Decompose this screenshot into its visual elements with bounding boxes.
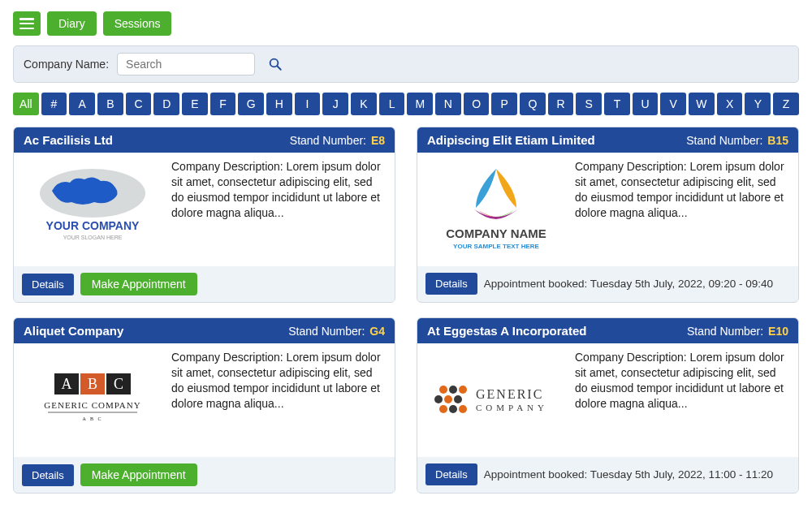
alpha-h[interactable]: H xyxy=(266,93,292,115)
company-grid: Ac Facilisis Ltd Stand Number: E8 YOUR C… xyxy=(13,127,799,494)
svg-text:B: B xyxy=(88,376,97,392)
stand-value: B15 xyxy=(767,134,788,147)
svg-point-19 xyxy=(434,395,443,403)
make-appointment-button[interactable]: Make Appointment xyxy=(80,463,197,486)
alpha-p[interactable]: P xyxy=(491,93,517,115)
diary-button[interactable]: Diary xyxy=(47,11,97,36)
alpha-y[interactable]: Y xyxy=(745,93,771,115)
card-body: A B C GENERIC COMPANY A B C Company Desc… xyxy=(14,343,395,457)
company-card: Adipiscing Elit Etiam Limited Stand Numb… xyxy=(417,127,799,303)
alpha-i[interactable]: I xyxy=(295,93,321,115)
company-description: Company Description: Lorem ipsum dolor s… xyxy=(575,350,788,450)
appointment-booked-text: Appointment booked: Tuesday 5th July, 20… xyxy=(484,468,773,481)
svg-text:A B C: A B C xyxy=(82,416,102,421)
hamburger-icon xyxy=(19,18,34,29)
company-description: Company Description: Lorem ipsum dolor s… xyxy=(171,350,385,450)
alpha-k[interactable]: K xyxy=(351,93,377,115)
company-card: Aliquet Company Stand Number: G4 A B C G… xyxy=(13,317,395,494)
alpha-l[interactable]: L xyxy=(379,93,405,115)
details-button[interactable]: Details xyxy=(22,464,74,486)
svg-text:YOUR SLOGAN HERE: YOUR SLOGAN HERE xyxy=(63,235,123,240)
company-description: Company Description: Lorem ipsum dolor s… xyxy=(171,159,385,260)
card-header: Ac Facilisis Ltd Stand Number: E8 xyxy=(14,127,395,153)
stand-value: E10 xyxy=(768,325,788,338)
company-description: Company Description: Lorem ipsum dolor s… xyxy=(575,159,788,260)
card-footer: Details Make Appointment xyxy=(14,266,395,302)
card-body: GENERIC COMPANY Company Description: Lor… xyxy=(417,343,798,457)
alpha-t[interactable]: T xyxy=(604,93,630,115)
alpha-w[interactable]: W xyxy=(689,93,715,115)
svg-point-24 xyxy=(459,405,467,413)
appointment-booked-text: Appointment booked: Tuesday 5th July, 20… xyxy=(484,278,773,290)
stand-number: Stand Number: G4 xyxy=(288,325,385,338)
company-name: At Eggestas A Incorporated xyxy=(427,324,586,338)
svg-point-17 xyxy=(449,386,457,394)
company-logo: COMPANY NAME YOUR SAMPLE TEXT HERE xyxy=(427,159,565,260)
search-bar: Company Name: xyxy=(13,45,799,83)
sessions-button[interactable]: Sessions xyxy=(103,11,172,36)
svg-text:GENERIC: GENERIC xyxy=(476,387,543,401)
svg-line-1 xyxy=(277,66,281,70)
card-body: YOUR COMPANY YOUR SLOGAN HERE Company De… xyxy=(14,153,395,266)
company-logo: A B C GENERIC COMPANY A B C xyxy=(24,350,162,450)
company-name: Adipiscing Elit Etiam Limited xyxy=(427,133,595,147)
company-name: Aliquet Company xyxy=(24,324,123,338)
alpha-j[interactable]: J xyxy=(322,93,348,115)
alpha-s[interactable]: S xyxy=(576,93,602,115)
alpha-e[interactable]: E xyxy=(182,93,208,115)
stand-label: Stand Number: xyxy=(687,325,763,338)
menu-button[interactable] xyxy=(13,11,41,36)
svg-point-21 xyxy=(454,395,462,403)
alpha-f[interactable]: F xyxy=(210,93,236,115)
alpha-u[interactable]: U xyxy=(633,93,659,115)
stand-label: Stand Number: xyxy=(290,134,366,147)
card-header: Adipiscing Elit Etiam Limited Stand Numb… xyxy=(417,127,798,153)
alpha-d[interactable]: D xyxy=(153,93,179,115)
search-icon[interactable] xyxy=(268,57,283,71)
svg-text:COMPANY: COMPANY xyxy=(476,403,548,412)
alpha-all[interactable]: All xyxy=(13,93,39,115)
alpha-c[interactable]: C xyxy=(126,93,152,115)
alpha-v[interactable]: V xyxy=(660,93,686,115)
company-card: Ac Facilisis Ltd Stand Number: E8 YOUR C… xyxy=(13,127,395,303)
svg-text:C: C xyxy=(114,376,123,392)
svg-point-18 xyxy=(459,386,467,394)
alpha-r[interactable]: R xyxy=(548,93,574,115)
stand-value: E8 xyxy=(371,134,385,147)
topbar: Diary Sessions xyxy=(13,11,799,36)
alpha-hash[interactable]: # xyxy=(41,93,67,115)
stand-number: Stand Number: E8 xyxy=(290,134,385,147)
svg-text:YOUR SAMPLE TEXT HERE: YOUR SAMPLE TEXT HERE xyxy=(453,243,539,250)
company-logo: YOUR COMPANY YOUR SLOGAN HERE xyxy=(24,159,162,260)
stand-label: Stand Number: xyxy=(288,325,365,338)
card-footer: Details Appointment booked: Tuesday 5th … xyxy=(417,266,798,301)
alpha-g[interactable]: G xyxy=(238,93,264,115)
card-header: At Eggestas A Incorporated Stand Number:… xyxy=(417,318,798,343)
card-header: Aliquet Company Stand Number: G4 xyxy=(14,318,395,343)
card-body: COMPANY NAME YOUR SAMPLE TEXT HERE Compa… xyxy=(417,153,798,266)
card-footer: Details Make Appointment xyxy=(14,457,395,493)
alpha-m[interactable]: M xyxy=(407,93,433,115)
alpha-o[interactable]: O xyxy=(464,93,490,115)
alpha-b[interactable]: B xyxy=(97,93,123,115)
details-button[interactable]: Details xyxy=(22,274,74,295)
stand-value: G4 xyxy=(369,325,385,338)
alpha-q[interactable]: Q xyxy=(520,93,546,115)
company-logo: GENERIC COMPANY xyxy=(427,350,565,450)
alpha-x[interactable]: X xyxy=(717,93,743,115)
svg-text:COMPANY NAME: COMPANY NAME xyxy=(446,226,546,240)
company-card: At Eggestas A Incorporated Stand Number:… xyxy=(417,317,799,494)
alpha-a[interactable]: A xyxy=(69,93,95,115)
svg-point-22 xyxy=(439,405,447,413)
alpha-z[interactable]: Z xyxy=(773,93,799,115)
make-appointment-button[interactable]: Make Appointment xyxy=(80,273,197,295)
svg-point-23 xyxy=(449,405,457,413)
search-input[interactable] xyxy=(117,53,255,75)
details-button[interactable]: Details xyxy=(425,463,477,485)
details-button[interactable]: Details xyxy=(425,273,477,295)
card-footer: Details Appointment booked: Tuesday 5th … xyxy=(417,457,798,492)
svg-point-16 xyxy=(439,386,447,394)
svg-point-20 xyxy=(444,395,452,403)
stand-label: Stand Number: xyxy=(686,134,762,147)
alpha-n[interactable]: N xyxy=(435,93,461,115)
